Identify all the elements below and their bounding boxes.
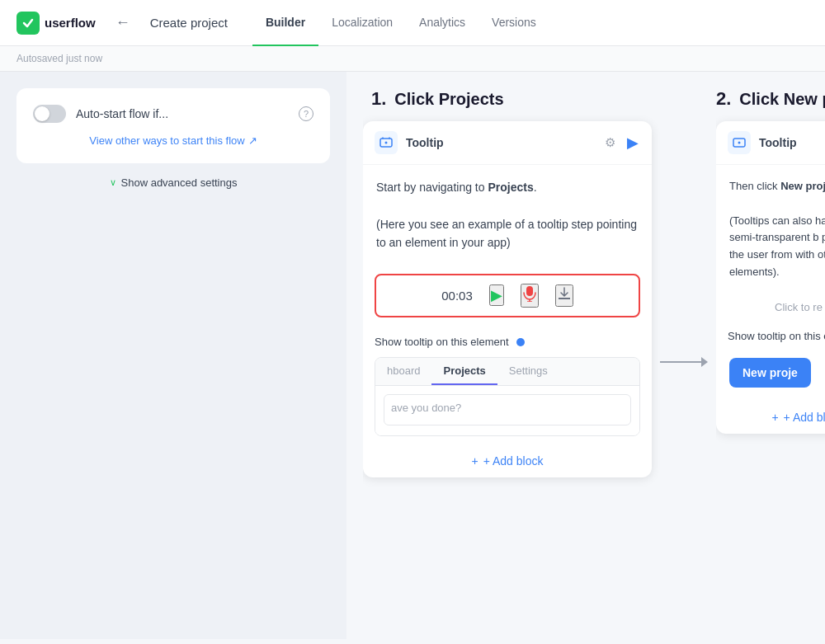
step-1-title: Click Projects: [394, 90, 503, 109]
arrow-head: [701, 357, 708, 367]
element-dot: [516, 338, 525, 346]
plus-icon: +: [472, 454, 478, 468]
step-2-card: Tooltip Then click New projec (Tooltips …: [716, 121, 825, 434]
tab-analytics[interactable]: Analytics: [406, 0, 478, 46]
mini-tabs: hboard Projects Settings: [375, 358, 639, 386]
center-panel: 1. Click Projects Tooltip ⚙: [346, 72, 825, 639]
new-project-area: New proje: [716, 351, 825, 401]
timer-bar: 00:03 ▶: [375, 274, 640, 317]
play-button-1[interactable]: ▶: [625, 132, 640, 153]
autosave-text: Autosaved just now: [16, 53, 102, 64]
step-1-card: Tooltip ⚙ ▶ Start by navigating to Proje…: [363, 121, 652, 477]
step-2-header: 2. Click New pro: [716, 88, 825, 110]
step-2-block: 2. Click New pro Tooltip: [716, 88, 825, 623]
external-link-icon: ↗: [248, 134, 257, 147]
left-panel: Auto-start flow if... ? View other ways …: [0, 72, 346, 639]
step-1-block: 1. Click Projects Tooltip ⚙: [363, 88, 652, 623]
help-icon[interactable]: ?: [299, 106, 314, 121]
mini-preview-1[interactable]: hboard Projects Settings ave you done?: [375, 357, 640, 436]
mini-tab-dashboard[interactable]: hboard: [375, 358, 431, 385]
tab-builder[interactable]: Builder: [252, 0, 318, 46]
tab-localization[interactable]: Localization: [318, 0, 406, 46]
click-record-text: Click to re: [716, 294, 825, 320]
svg-rect-3: [526, 286, 533, 296]
svg-point-2: [385, 142, 388, 144]
gear-button-1[interactable]: ⚙: [603, 134, 617, 152]
tooltip-content-1: Start by navigating to Projects. (Here y…: [363, 165, 652, 266]
tooltip-toolbar-2: Tooltip: [716, 121, 825, 165]
mini-tab-projects[interactable]: Projects: [431, 358, 497, 385]
show-advanced-label: Show advanced settings: [121, 176, 238, 189]
mini-input: ave you done?: [384, 394, 631, 425]
plus-icon-2: +: [771, 411, 778, 424]
new-project-button-preview: New proje: [729, 358, 811, 388]
step-1-header: 1. Click Projects: [363, 88, 652, 110]
timer-play-button[interactable]: ▶: [489, 284, 504, 306]
logo-text: userflow: [45, 16, 96, 30]
tooltip-icon-box-2: [728, 131, 751, 154]
logo: userflow: [16, 12, 96, 35]
chevron-down-icon: ∨: [110, 177, 116, 188]
project-name: Create project: [150, 16, 228, 30]
add-block-label-2: + Add bl: [784, 411, 825, 424]
view-other-link[interactable]: View other ways to start this flow ↗: [33, 134, 314, 147]
toggle-left: Auto-start flow if...: [33, 105, 168, 123]
timer-mic-button[interactable]: [521, 284, 539, 308]
logo-icon: [16, 12, 40, 35]
show-advanced-settings[interactable]: ∨ Show advanced settings: [16, 176, 330, 189]
tab-versions[interactable]: Versions: [478, 0, 549, 46]
element-label-2: Show tooltip on this ele: [728, 330, 825, 342]
settings-card: Auto-start flow if... ? View other ways …: [16, 88, 330, 163]
app-header: userflow ← Create project Builder Locali…: [0, 0, 825, 46]
tooltip-icon-box: [375, 131, 398, 154]
mini-tab-settings[interactable]: Settings: [497, 358, 559, 385]
tooltip-label-1: Tooltip: [406, 136, 595, 149]
element-label-1: Show tooltip on this element: [375, 336, 525, 348]
main-nav: Builder Localization Analytics Versions: [252, 0, 549, 46]
steps-scroll: 1. Click Projects Tooltip ⚙: [363, 88, 825, 623]
toggle-knob: [35, 106, 50, 121]
step-2-number: 2.: [716, 88, 731, 110]
step-1-number: 1.: [371, 88, 386, 110]
mini-content: ave you done?: [375, 386, 639, 435]
tooltip-content-2: Then click New projec (Tooltips can also…: [716, 165, 825, 294]
step-2-title: Click New pro: [739, 90, 825, 109]
timer-download-button[interactable]: [555, 284, 573, 307]
arrow-line: [660, 361, 701, 363]
auto-start-toggle[interactable]: [33, 105, 66, 123]
toggle-label: Auto-start flow if...: [76, 107, 168, 120]
main-layout: Auto-start flow if... ? View other ways …: [0, 72, 825, 639]
autosave-bar: Autosaved just now: [0, 46, 825, 72]
add-block-button-1[interactable]: + + Add block: [363, 444, 652, 477]
back-button[interactable]: ←: [112, 11, 134, 35]
timer-text: 00:03: [441, 289, 473, 303]
toggle-row: Auto-start flow if... ?: [33, 105, 314, 123]
step-connector: [652, 88, 716, 623]
add-block-label: + Add block: [483, 454, 544, 468]
svg-point-7: [738, 142, 741, 144]
tooltip-label-2: Tooltip: [759, 136, 825, 149]
element-section-2: Show tooltip on this ele: [716, 320, 825, 351]
element-section-1: Show tooltip on this element: [363, 326, 652, 357]
add-block-button-2[interactable]: + + Add bl: [716, 401, 825, 434]
view-other-text: View other ways to start this flow: [89, 134, 244, 147]
tooltip-toolbar-1: Tooltip ⚙ ▶: [363, 121, 652, 165]
